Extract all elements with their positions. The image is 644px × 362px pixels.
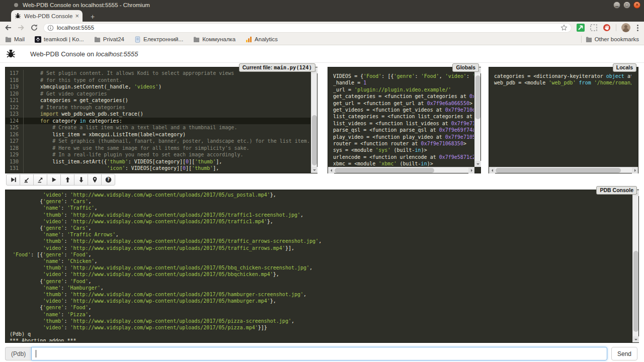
extension-green-arrow-icon[interactable]: [577, 24, 585, 32]
step-forward-icon: [10, 176, 17, 183]
arrow-down-icon: [78, 176, 85, 183]
scroll-down-arrow[interactable]: [475, 161, 481, 167]
web-pdb-page: Web-PDB Console on localhost:5555 Curren…: [0, 45, 644, 362]
bookmark-item[interactable]: Mail: [5, 36, 25, 43]
code-scrollbar-vertical[interactable]: [311, 67, 317, 173]
scroll-right-arrow[interactable]: [468, 167, 474, 173]
console-line: {'genre': 'Food',: [10, 304, 631, 311]
pdb-prompt-label: (Pdb): [5, 347, 31, 360]
code-line: 120 # Get video categories: [6, 90, 310, 98]
back-icon[interactable]: [4, 24, 12, 32]
continue-button[interactable]: [47, 174, 61, 186]
locals-badge: Locals: [613, 63, 636, 72]
pdb-console-badge: PDB Console: [596, 186, 637, 195]
page-title: Web-PDB Console on localhost:5555: [30, 50, 138, 58]
line-number: 126: [6, 131, 24, 138]
command-input[interactable]: [31, 347, 607, 360]
browser-tab[interactable]: Web-PDB Console on loca ×: [11, 10, 83, 22]
scroll-thumb[interactable]: [312, 115, 317, 166]
browser-menu-icon[interactable]: [635, 25, 640, 31]
scroll-thumb[interactable]: [633, 251, 638, 332]
url-text[interactable]: localhost:5555: [57, 25, 94, 31]
where-button[interactable]: [88, 174, 102, 186]
svg-text:?: ?: [107, 177, 110, 182]
console-line: 'video': 'http://www.vidsplay.com/wp-con…: [10, 192, 631, 198]
current-file-name: main.py(124): [274, 64, 312, 70]
extension-screenshot-icon[interactable]: [590, 24, 598, 32]
folder-icon: [94, 36, 101, 43]
scroll-down-arrow[interactable]: [311, 167, 317, 173]
line-number: 131: [6, 165, 24, 172]
up-button[interactable]: [60, 174, 74, 186]
code-line: 125 # Create a list item with a text lab…: [6, 124, 310, 131]
console-line: 'name': 'Pizza',: [10, 311, 631, 318]
return-button[interactable]: [33, 174, 47, 186]
scroll-thumb[interactable]: [475, 75, 480, 119]
window-titlebar[interactable]: Web-PDB Console on localhost:5555 - Chro…: [0, 0, 644, 10]
folder-icon: [586, 36, 592, 43]
locals-listing: categories = <dictionary-keyiterator obj…: [494, 73, 631, 166]
global-variable-line: play_video = <function play_video at 0x7…: [333, 134, 474, 140]
console-scrollbar-vertical[interactable]: [632, 190, 638, 342]
console-line: 'video': 'http://www.vidsplay.com/wp-con…: [10, 298, 631, 304]
code-line: 127 # Set graphics (thumbnail, fanart, b…: [6, 138, 310, 145]
console-output: 'video': 'http://www.vidsplay.com/wp-con…: [10, 192, 631, 341]
toolbar-divider: [616, 24, 616, 31]
bookmark-label: Mail: [14, 36, 25, 42]
down-button[interactable]: [74, 174, 88, 186]
global-variable-line: _handle = 1: [333, 79, 474, 86]
code-line: 119 xbmcplugin.setContent(_handle, 'vide…: [6, 83, 310, 90]
bookmark-label: Analytics: [255, 36, 278, 42]
bookmark-item[interactable]: Analytics: [246, 36, 278, 43]
local-variable-line: web_pdb = <module 'web_pdb' from '/home/…: [494, 79, 631, 86]
code-line: 132 'fanart': VIDEOS[category][0]['thumb…: [6, 172, 310, 173]
next-button[interactable]: [6, 174, 20, 186]
tab-close-icon[interactable]: ×: [75, 12, 79, 20]
step-button[interactable]: [20, 174, 34, 186]
scroll-thumb[interactable]: [335, 168, 434, 173]
bookmark-item[interactable]: Коммуналка: [193, 36, 235, 43]
console-line: 'name': 'Traffic',: [10, 205, 631, 211]
global-variable-line: urlencode = <function urlencode at 0x7f9…: [333, 154, 474, 160]
locals-scrollbar-horizontal[interactable]: [489, 167, 638, 173]
scroll-thumb[interactable]: [496, 168, 621, 173]
url-bar[interactable]: localhost:5555: [43, 23, 572, 33]
extension-adblock-icon[interactable]: [603, 24, 611, 32]
bookmark-star-icon[interactable]: [560, 24, 568, 31]
tab-title: Web-PDB Console on loca: [24, 13, 73, 19]
console-line: {'genre': 'Food',: [10, 278, 631, 285]
bookmark-label: Коммуналка: [202, 36, 235, 42]
profile-avatar[interactable]: [621, 23, 630, 32]
new-tab-button[interactable]: +: [87, 12, 99, 21]
minimize-button[interactable]: ▁: [613, 2, 620, 9]
code-line: 123 import web_pdb;web_pdb.set_trace(): [6, 111, 310, 118]
info-icon[interactable]: [47, 25, 54, 31]
globals-scrollbar-horizontal[interactable]: [328, 167, 474, 173]
line-number: 127: [6, 138, 24, 145]
scroll-right-arrow[interactable]: [632, 167, 638, 173]
bookmark-item[interactable]: Електронний...: [134, 36, 183, 43]
page-title-host: localhost:5555: [96, 50, 138, 58]
code-line: 129 # In a real-life plugin you need to …: [6, 151, 310, 158]
scroll-left-arrow[interactable]: [489, 167, 495, 173]
bookmark-item[interactable]: Privat24: [94, 36, 124, 43]
question-icon: ?: [105, 176, 112, 183]
scroll-left-arrow[interactable]: [328, 167, 334, 173]
help-button[interactable]: ?: [101, 174, 115, 186]
console-line: {'genre': 'Cars',: [10, 198, 631, 205]
console-line: 'video': 'http://www.vidsplay.com/wp-con…: [10, 271, 631, 278]
other-bookmarks-button[interactable]: Other bookmarks: [586, 36, 639, 43]
console-line: 'thumb': 'http://www.vidsplay.com/wp-con…: [10, 318, 631, 324]
forward-icon[interactable]: [17, 24, 25, 32]
globals-scrollbar-vertical[interactable]: [474, 67, 480, 167]
reload-icon[interactable]: [30, 24, 38, 32]
global-variable-line: sys = <module 'sys' (built-in)>: [333, 147, 474, 153]
close-button[interactable]: ✕: [633, 2, 640, 9]
maximize-button[interactable]: ▢: [623, 2, 630, 9]
scroll-down-arrow[interactable]: [633, 336, 639, 342]
send-button[interactable]: Send: [611, 347, 637, 360]
bookmark-label: teamkodi | Ko...: [44, 36, 84, 42]
console-line: 'name': 'Traffic Arrows',: [10, 231, 631, 238]
bookmark-item[interactable]: teamkodi | Ko...: [35, 36, 84, 43]
console-line: 'name': 'Chicken',: [10, 258, 631, 264]
